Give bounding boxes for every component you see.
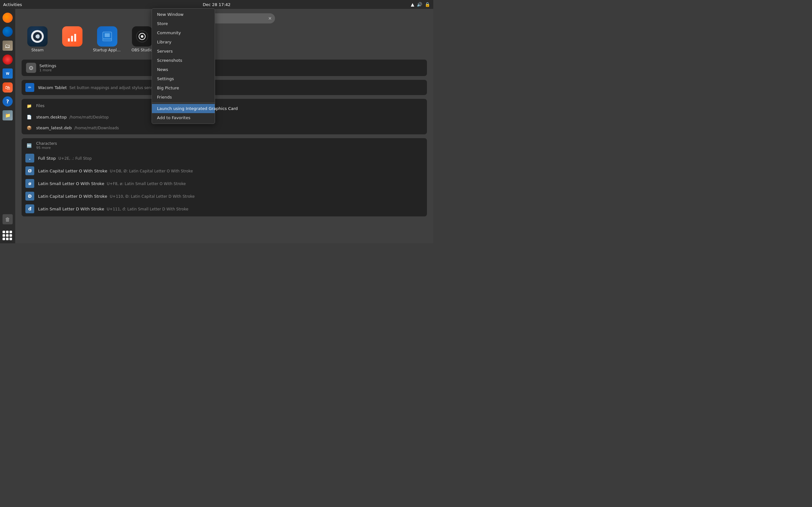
obs-label: OBS Studio xyxy=(131,48,153,52)
menu-item-screenshots[interactable]: Screenshots xyxy=(152,56,215,65)
file-item-2-info: steam_latest.deb /home/matt/Downloads xyxy=(36,125,119,130)
files-section: 📁 Files 📄 steam.desktop /home/matt/Deskt… xyxy=(21,99,427,134)
svg-rect-4 xyxy=(74,34,76,42)
menu-item-community[interactable]: Community xyxy=(152,28,215,38)
char-name-fullstop: Full Stop xyxy=(38,156,56,161)
char-item-fullstop[interactable]: . Full Stop U+2E, .: Full Stop xyxy=(21,152,427,164)
char-code-fullstop: U+2E, .: Full Stop xyxy=(58,156,92,161)
writer-icon: W xyxy=(3,68,13,78)
char-icon-d-stroke-small: đ xyxy=(26,205,34,213)
dock-item-rhythmbox[interactable] xyxy=(1,53,14,66)
software-icon: 🛍 xyxy=(3,82,13,93)
startup-label: Startup Applica... xyxy=(93,48,121,52)
activities-button[interactable]: Activities xyxy=(3,2,22,7)
statistics-svg xyxy=(65,30,79,43)
chars-section-info: Characters 95 more xyxy=(36,141,57,150)
char-icon-d-stroke-cap: Đ xyxy=(26,192,34,201)
menu-item-settings[interactable]: Settings xyxy=(152,74,215,83)
char-info-o-stroke-cap: Latin Capital Letter O With Stroke U+D8,… xyxy=(38,169,193,173)
menu-item-launch-integrated[interactable]: Launch using Integrated Graphics Card xyxy=(152,104,215,113)
show-apps-button[interactable] xyxy=(1,229,14,242)
wifi-icon: ▲ xyxy=(411,2,414,7)
startup-icon xyxy=(97,26,117,47)
char-info-fullstop: Full Stop U+2E, .: Full Stop xyxy=(38,156,92,161)
file-steam-desktop[interactable]: 📄 steam.desktop /home/matt/Desktop xyxy=(21,112,427,122)
show-apps-icon xyxy=(3,231,13,241)
menu-item-store[interactable]: Store xyxy=(152,19,215,28)
app-startup[interactable]: Startup Applica... xyxy=(91,26,123,52)
chars-section-subtitle: 95 more xyxy=(36,146,57,150)
startup-svg xyxy=(100,30,114,43)
search-clear-button[interactable]: ✕ xyxy=(268,16,272,21)
settings-section: ⚙ Settings 1 more xyxy=(21,60,427,76)
file-icon-2: 📦 xyxy=(26,124,33,131)
menu-item-servers[interactable]: Servers xyxy=(152,47,215,56)
settings-section-title: Settings xyxy=(39,63,56,68)
trash-icon: 🗑 xyxy=(3,214,13,224)
char-name-o-stroke-cap: Latin Capital Letter O With Stroke xyxy=(38,169,107,173)
menu-separator xyxy=(152,103,215,103)
app-row: Steam xyxy=(21,26,427,52)
char-item-d-stroke-cap[interactable]: Đ Latin Capital Letter D With Stroke U+1… xyxy=(21,190,427,203)
file-item-2-path: /home/matt/Downloads xyxy=(74,126,119,130)
char-info-o-stroke-small: Latin Small Letter O With Stroke U+F8, ø… xyxy=(38,181,186,186)
wacom-section: ✏ Wacom Tablet Set button mappings and a… xyxy=(21,80,427,95)
dock-item-help[interactable]: ? xyxy=(1,95,14,108)
char-info-d-stroke-cap: Latin Capital Letter D With Stroke U+110… xyxy=(38,194,195,199)
menu-item-add-favorites[interactable]: Add to Favorites xyxy=(152,113,215,122)
char-code-o-stroke-small: U+F8, ø: Latin Small Letter O With Strok… xyxy=(107,181,186,186)
app-steam[interactable]: Steam xyxy=(21,26,53,52)
file-item-2-name: steam_latest.deb xyxy=(36,125,72,130)
files-folder-icon: 📁 xyxy=(26,102,33,110)
file-item-1-name: steam.desktop xyxy=(36,115,67,119)
firefox-icon xyxy=(3,13,13,23)
svg-rect-7 xyxy=(105,33,110,37)
steam-app-icon xyxy=(27,26,48,47)
settings-section-info: Settings 1 more xyxy=(39,63,56,72)
wacom-tablet-item[interactable]: ✏ Wacom Tablet Set button mappings and a… xyxy=(21,81,427,94)
settings-section-subtitle: 1 more xyxy=(39,68,56,72)
file-item-1-info: steam.desktop /home/matt/Desktop xyxy=(36,115,109,119)
file-steam-deb[interactable]: 📦 steam_latest.deb /home/matt/Downloads xyxy=(21,122,427,133)
dock-item-thunderbird[interactable] xyxy=(1,25,14,38)
char-info-d-stroke-small: Latin Small Letter D With Stroke U+111, … xyxy=(38,207,189,211)
dock-item-files[interactable]: 🗂 xyxy=(1,39,14,52)
characters-icon: 🔤 xyxy=(26,142,33,150)
app-statistics[interactable] xyxy=(56,26,88,52)
characters-section: 🔤 Characters 95 more . Full Stop U+2E, .… xyxy=(21,138,427,216)
svg-rect-6 xyxy=(103,39,112,41)
dock-item-trash[interactable]: 🗑 xyxy=(1,213,14,226)
obs-svg xyxy=(135,30,149,43)
dock-item-writer[interactable]: W xyxy=(1,67,14,80)
char-item-o-stroke-small[interactable]: ø Latin Small Letter O With Stroke U+F8,… xyxy=(21,177,427,190)
chars-section-header: 🔤 Characters 95 more xyxy=(21,139,427,152)
svg-rect-2 xyxy=(68,38,70,42)
char-code-d-stroke-small: U+111, đ: Latin Small Letter D With Stro… xyxy=(107,207,189,211)
dock-item-filemanager[interactable]: 📁 xyxy=(1,109,14,122)
menu-item-library[interactable]: Library xyxy=(152,38,215,47)
dock-item-software[interactable]: 🛍 xyxy=(1,81,14,94)
char-code-o-stroke-cap: U+D8, Ø: Latin Capital Letter O With Str… xyxy=(110,169,193,173)
menu-item-friends[interactable]: Friends xyxy=(152,93,215,102)
steam-logo-svg xyxy=(31,30,44,43)
char-item-o-stroke-cap[interactable]: Ø Latin Capital Letter O With Stroke U+D… xyxy=(21,164,427,177)
obs-icon xyxy=(132,26,152,47)
files-section-title: Files xyxy=(36,104,44,108)
menu-item-new-window[interactable]: New Window xyxy=(152,10,215,19)
settings-section-icon: ⚙ xyxy=(26,63,36,73)
char-name-o-stroke-small: Latin Small Letter O With Stroke xyxy=(38,181,104,186)
wacom-name: Wacom Tablet xyxy=(38,85,67,90)
char-icon-fullstop: . xyxy=(26,154,34,163)
menu-item-big-picture[interactable]: Big Picture xyxy=(152,83,215,93)
chars-section-title: Characters xyxy=(36,141,57,146)
app-grid: Steam xyxy=(15,26,433,52)
menu-item-news[interactable]: News xyxy=(152,65,215,74)
steam-label: Steam xyxy=(32,48,44,52)
statistics-icon xyxy=(62,26,83,47)
char-item-d-stroke-small[interactable]: đ Latin Small Letter D With Stroke U+111… xyxy=(21,203,427,215)
dock-item-firefox[interactable] xyxy=(1,11,14,24)
lock-icon: 🔒 xyxy=(425,2,430,7)
svg-rect-3 xyxy=(71,36,73,42)
char-code-d-stroke-cap: U+110, Đ: Latin Capital Letter D With St… xyxy=(110,194,195,199)
filemanager-icon: 📁 xyxy=(3,110,13,120)
